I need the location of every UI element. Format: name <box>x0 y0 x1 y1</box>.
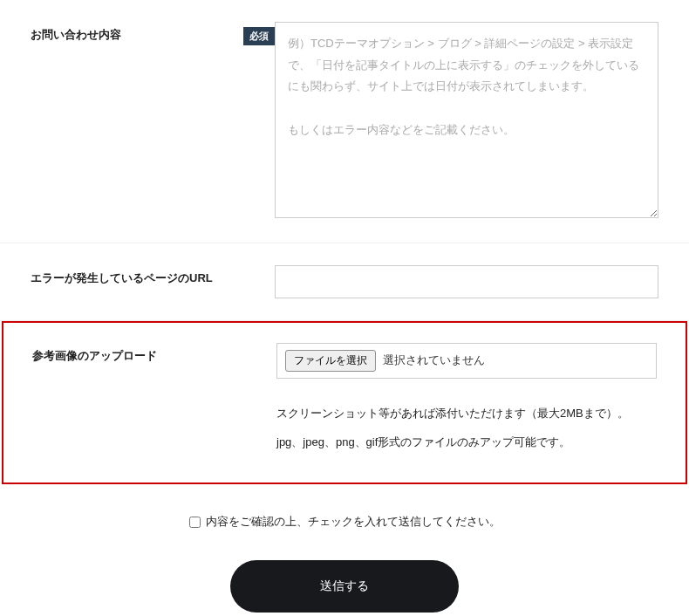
inquiry-textarea[interactable] <box>275 22 658 218</box>
inquiry-row: お問い合わせ内容 必須 <box>0 0 689 243</box>
upload-field-col: ファイルを選択 選択されていません スクリーンショット等があれば添付いただけます… <box>276 343 657 456</box>
required-badge: 必須 <box>243 27 275 45</box>
error-url-field-col <box>275 265 658 298</box>
file-input-wrapper[interactable]: ファイルを選択 選択されていません <box>276 343 657 379</box>
upload-hint-line1: スクリーンショット等があれば添付いただけます（最大2MBまで）。 <box>276 400 657 428</box>
inquiry-label: お問い合わせ内容 <box>31 27 235 43</box>
error-url-label-col: エラーが発生しているページのURL <box>31 265 275 286</box>
confirm-label: 内容をご確認の上、チェックを入れて送信してください。 <box>206 515 501 530</box>
upload-label-col: 参考画像のアップロード <box>32 343 276 364</box>
submit-row: 送信する <box>0 547 689 616</box>
confirm-row: 内容をご確認の上、チェックを入れて送信してください。 <box>0 484 689 547</box>
upload-row: 参考画像のアップロード ファイルを選択 選択されていません スクリーンショット等… <box>2 321 687 484</box>
inquiry-label-col: お問い合わせ内容 必須 <box>31 22 275 45</box>
error-url-row: エラーが発生しているページのURL <box>0 243 689 321</box>
file-status-text: 選択されていません <box>383 353 485 368</box>
inquiry-field-col <box>275 22 658 221</box>
upload-hint-line2: jpg、jpeg、png、gif形式のファイルのみアップ可能です。 <box>276 428 657 457</box>
error-url-input[interactable] <box>275 265 658 298</box>
error-url-label: エラーが発生しているページのURL <box>31 270 275 286</box>
upload-hint: スクリーンショット等があれば添付いただけます（最大2MBまで）。 jpg、jpe… <box>276 400 657 456</box>
submit-button[interactable]: 送信する <box>230 560 459 613</box>
upload-label: 参考画像のアップロード <box>32 348 276 364</box>
file-select-button[interactable]: ファイルを選択 <box>285 350 376 372</box>
confirm-checkbox[interactable] <box>189 517 201 528</box>
